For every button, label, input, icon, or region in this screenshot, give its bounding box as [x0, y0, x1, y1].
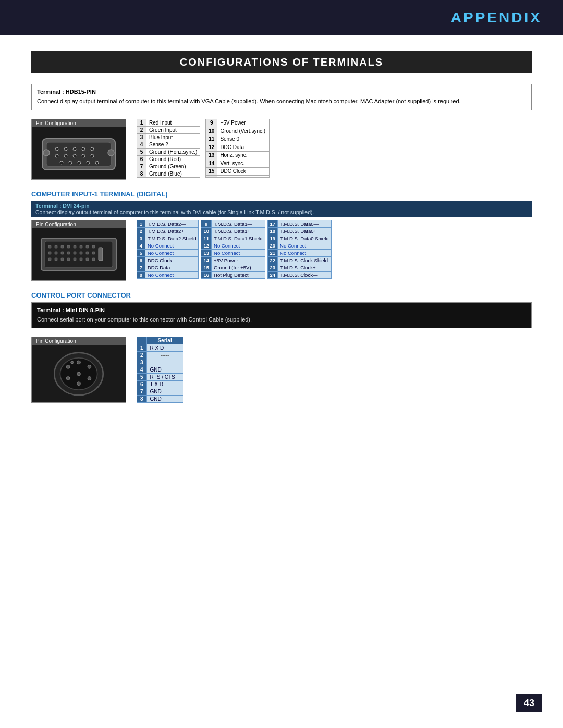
control-pin-config-label: Pin Configuration: [32, 337, 126, 345]
pin-number: 21: [267, 249, 278, 256]
svg-point-51: [88, 376, 91, 380]
pin-number: 2: [137, 126, 146, 133]
dvi-subsection-heading: COMPUTER INPUT-1 TERMINAL (DIGITAL): [31, 190, 532, 198]
table-row: 6Ground (Red): [137, 155, 200, 163]
pin-number: 10: [206, 127, 217, 135]
table-row: 4Sense 2: [137, 141, 200, 148]
table-row: 7Ground (Green): [137, 163, 200, 170]
hdb-terminal-label: Terminal : HDB15-PIN: [37, 89, 526, 95]
svg-point-48: [77, 372, 81, 376]
pin-number: 9: [201, 220, 212, 227]
svg-point-55: [71, 361, 74, 363]
pin-number: 7: [137, 388, 147, 396]
dvi-pin-tables: 1T.M.D.S. Data2—2T.M.D.S. Data2+3T.M.D.S…: [137, 220, 332, 279]
table-row: 20No Connect: [267, 242, 331, 249]
dvi-pin-image-box: Pin Configuration: [31, 220, 126, 281]
pin-value: Vert. sync.: [217, 159, 270, 168]
pin-value: T.M.D.S. Data2 Shield: [145, 235, 199, 242]
pin-number: 22: [267, 256, 278, 264]
pin-value: T.M.D.S. Clock+: [278, 264, 331, 271]
table-row: 15Ground (for +5V): [201, 264, 265, 271]
table-row: 24T.M.D.S. Clock—: [267, 271, 331, 278]
svg-point-5: [82, 147, 85, 151]
svg-rect-40: [67, 258, 70, 261]
svg-rect-24: [67, 245, 70, 248]
svg-point-7: [55, 154, 58, 157]
control-terminal-label: Terminal : Mini DIN 8-PIN: [37, 307, 526, 313]
table-row: 19T.M.D.S. Data0 Shield: [267, 235, 331, 242]
table-row: 3T.M.D.S. Data2 Shield: [137, 235, 199, 242]
dvi-pin-table-2: 9T.M.D.S. Data1—10T.M.D.S. Data1+11T.M.D…: [201, 220, 265, 279]
hdb-connector-image: [32, 127, 126, 179]
pin-value: GND: [146, 366, 183, 374]
table-row: 18T.M.D.S. Data0+: [267, 227, 331, 235]
control-pin-image-box: Pin Configuration: [31, 337, 126, 403]
pin-number: 18: [267, 227, 278, 235]
pin-value: DDC Data: [217, 143, 270, 152]
table-row: 2-----: [137, 352, 183, 359]
dvi-pin-table-3: 17T.M.D.S. Data0—18T.M.D.S. Data0+19T.M.…: [267, 220, 332, 279]
pin-number: 5: [137, 374, 147, 381]
svg-rect-36: [92, 252, 95, 254]
control-terminal-block: Terminal : Mini DIN 8-PIN Connect serial…: [31, 302, 532, 329]
table-row: 9T.M.D.S. Data1—: [201, 220, 265, 227]
svg-rect-33: [74, 252, 76, 254]
pin-number: 14: [201, 256, 212, 264]
pin-number: 3: [137, 133, 146, 141]
appendix-title: APPENDIX: [451, 9, 542, 26]
svg-point-3: [64, 147, 67, 151]
svg-point-52: [77, 381, 81, 385]
table-row: 17T.M.D.S. Data0—: [267, 220, 331, 227]
pin-value: R X D: [146, 344, 183, 352]
pin-number: 5: [137, 249, 145, 256]
pin-value: +5V Power: [212, 256, 265, 264]
table-row: 9+5V Power: [206, 119, 270, 127]
pin-value: Ground (Horiz.sync.): [146, 148, 200, 155]
svg-point-18: [108, 150, 114, 156]
pin-number: 9: [206, 119, 217, 127]
pin-value: -----: [146, 352, 183, 359]
control-terminal-desc: Connect serial port on your computer to …: [37, 315, 526, 324]
pin-number: 3: [137, 235, 145, 242]
pin-number: 17: [267, 220, 278, 227]
pin-number: 10: [201, 227, 212, 235]
svg-point-9: [73, 154, 76, 157]
pin-value: No Connect: [278, 249, 331, 256]
table-row: [206, 176, 270, 177]
pin-value: T.M.D.S. Clock Shield: [278, 256, 331, 264]
pin-value: No Connect: [145, 242, 199, 249]
pin-value: Blue Input: [146, 133, 200, 141]
svg-rect-21: [48, 245, 51, 248]
pin-value: T.M.D.S. Clock—: [278, 271, 331, 278]
svg-rect-39: [61, 258, 64, 261]
table-row: 1Red Input: [137, 119, 200, 126]
pin-value: No Connect: [278, 242, 331, 249]
table-row: 13No Connect: [201, 249, 265, 256]
pin-number: 15: [201, 264, 212, 271]
dvi-connector-svg: [37, 232, 120, 276]
table-row: 11T.M.D.S. Data1 Shield: [201, 235, 265, 242]
pin-number: 6: [137, 381, 147, 388]
pin-number: 4: [137, 242, 145, 249]
pin-value: No Connect: [145, 249, 199, 256]
pin-number: 13: [206, 151, 217, 159]
hdb-pin-table-1: 1Red Input2Green Input3Blue Input4Sense …: [137, 119, 200, 178]
svg-point-53: [66, 376, 70, 380]
svg-rect-30: [55, 252, 57, 254]
table-row: 16Hot Plug Detect: [201, 271, 265, 278]
svg-point-17: [43, 150, 50, 156]
svg-point-11: [91, 154, 94, 157]
table-row: 10T.M.D.S. Data1+: [201, 227, 265, 235]
pin-value: T.M.D.S. Data0 Shield: [278, 235, 331, 242]
serial-header-label: Serial: [146, 337, 183, 344]
page-number: 43: [516, 694, 542, 712]
svg-rect-28: [92, 245, 95, 248]
table-row: 23T.M.D.S. Clock+: [267, 264, 331, 271]
table-row: 11Sense 0: [206, 135, 270, 143]
table-row: 13Horiz. sync.: [206, 151, 270, 159]
dvi-terminal-desc: Connect display output terminal of compu…: [35, 209, 314, 215]
table-row: 6DDC Clock: [137, 256, 199, 264]
svg-rect-34: [80, 252, 82, 254]
pin-value: Hot Plug Detect: [212, 271, 265, 278]
pin-number: 6: [137, 155, 146, 163]
